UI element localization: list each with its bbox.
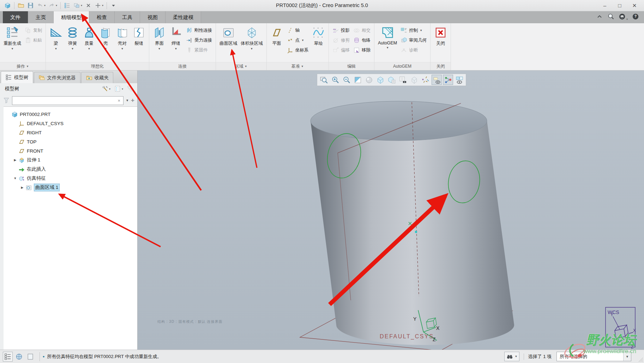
ribbon-group-label-close[interactable]: 关闭 (431, 62, 451, 70)
filter-dropdown-icon[interactable]: ▼ (126, 99, 129, 102)
tree-item-label[interactable]: FRONT (27, 148, 43, 154)
close-window-button[interactable] (84, 1, 93, 10)
full-screen-toggle-button[interactable] (25, 352, 35, 362)
close-button[interactable]: ✕ (627, 1, 642, 11)
display-style-button[interactable] (454, 75, 464, 85)
shell-pair-button[interactable]: 壳对▼ (114, 24, 131, 61)
weld-button[interactable]: 焊缝▼ (168, 24, 184, 61)
tree-item-plane-right[interactable]: RIGHT (4, 128, 137, 137)
tree-item-label[interactable]: RIGHT (27, 130, 42, 135)
tree-search-button[interactable] (127, 85, 134, 92)
coordinate-system-button[interactable]: 坐标系 (287, 47, 309, 54)
tree-item-simulation-features[interactable]: ▼仿真特征 (4, 174, 137, 183)
find-button[interactable]: ▼ (504, 352, 519, 361)
expander-icon[interactable]: ▶ (13, 158, 18, 162)
minimize-button[interactable]: – (597, 1, 612, 11)
resize-grip[interactable] (638, 357, 643, 362)
perspective-button[interactable] (409, 75, 419, 85)
clear-filter-icon[interactable]: × (117, 98, 121, 103)
tree-item-plane-top[interactable]: TOP (4, 137, 137, 146)
remove-button[interactable]: 移除 (353, 47, 371, 54)
ribbon-group-label-regions[interactable]: 区域▼ (216, 62, 266, 70)
spring-button[interactable]: 弹簧▼ (64, 24, 81, 61)
chevron-down-icon[interactable]: ▼ (623, 352, 631, 361)
tree-item-label[interactable]: 曲面区域 1 (34, 184, 60, 191)
save-button[interactable] (26, 1, 35, 10)
tab-file[interactable]: 文件 (3, 11, 28, 23)
tree-filter-field[interactable]: × (12, 96, 124, 105)
tree-filter-input[interactable] (14, 98, 117, 103)
interface-button[interactable]: 界面▼ (151, 24, 168, 61)
fastener-button[interactable]: 紧固件 (186, 47, 212, 54)
navigator-tab-favorites[interactable]: 收藏夹 (81, 72, 114, 83)
review-geometry-button[interactable]: 审阅几何 (401, 37, 427, 44)
offset-button[interactable]: 偏移 (332, 47, 350, 54)
tree-item-label[interactable]: 拉伸 1 (27, 157, 40, 163)
trim-button[interactable]: 修剪 (332, 37, 350, 44)
spin-center-button[interactable] (443, 75, 453, 85)
sketch-button[interactable]: 草绘 (310, 24, 327, 61)
new-part-button[interactable] (3, 1, 12, 10)
tree-item-label[interactable]: 仿真特征 (27, 175, 46, 182)
weighted-link-button[interactable]: 受力连接 (186, 37, 212, 44)
plane-button[interactable]: 平面 (269, 24, 285, 61)
tab-tools[interactable]: 工具 (115, 11, 140, 23)
saved-views-button[interactable] (375, 75, 385, 85)
regenerate-button[interactable]: 重新生成▼ (2, 24, 23, 61)
navigator-tab-model-tree[interactable]: 模型树 (1, 71, 33, 83)
autogem-button[interactable]: AutoGEM▼ (376, 24, 399, 61)
tree-item-default-csys[interactable]: DEFAULT_CSYS (4, 119, 137, 128)
tree-item-plane-front[interactable]: FRONT (4, 146, 137, 155)
annotation-display-button[interactable] (432, 75, 442, 85)
intersect-button[interactable]: 相交 (353, 27, 371, 34)
ribbon-group-label-operations[interactable]: 操作▼ (0, 62, 46, 70)
add-filter-button[interactable]: + (131, 97, 134, 104)
copy-button[interactable]: 复制 (25, 27, 42, 34)
tree-item-insert-here[interactable]: 在此插入 (4, 165, 137, 174)
view-snapshot-button[interactable] (398, 75, 408, 85)
expander-icon[interactable]: ▶ (20, 186, 25, 189)
graphics-area[interactable]: Y X Z DEFAULT_CSYS WCS Y X Z 结构 : 3D : 固… (138, 70, 644, 350)
wrap-button[interactable]: 包络 (353, 37, 371, 44)
undo-button[interactable]: ▾ (35, 1, 47, 10)
crack-button[interactable]: 裂缝 (131, 24, 147, 61)
paste-button[interactable]: 粘贴 (25, 37, 42, 44)
learning-center-button[interactable]: ▾ (619, 13, 628, 21)
diagnostics-button[interactable]: 诊断 (401, 47, 427, 54)
tree-item-label[interactable]: DEFAULT_CSYS (27, 121, 64, 126)
selection-filter-dropdown[interactable]: 所有可选择的 ▼ (556, 352, 631, 361)
navigator-toggle-button[interactable] (3, 352, 13, 362)
ribbon-group-label-datum[interactable]: 基准▼ (267, 62, 329, 70)
collapse-ribbon-button[interactable] (596, 13, 603, 21)
tab-refine-model[interactable]: 精细模型 (54, 11, 89, 23)
tree-item-extrude-1[interactable]: ▶拉伸 1 (4, 155, 137, 165)
control-button[interactable]: 控制▼ (401, 27, 427, 34)
tree-item-label[interactable]: 在此插入 (27, 166, 46, 172)
tab-inspect[interactable]: 检查 (89, 11, 115, 23)
view-manager-button[interactable] (386, 75, 397, 85)
cylinder-solid[interactable] (311, 101, 514, 345)
shell-button[interactable]: 壳▼ (97, 24, 114, 61)
tree-display-options-button[interactable]: ▾ (114, 85, 123, 92)
window-switch-button[interactable]: ▾ (72, 1, 84, 10)
datum-display-filters-button[interactable] (420, 75, 431, 85)
beam-button[interactable]: 梁▼ (48, 24, 64, 61)
tab-view[interactable]: 视图 (140, 11, 165, 23)
project-button[interactable]: 投影 (332, 27, 350, 34)
navigator-tab-folder-browser[interactable]: 文件夹浏览器 (34, 72, 80, 83)
customize-qat-button[interactable] (109, 1, 118, 10)
expander-icon[interactable]: ▼ (13, 177, 18, 180)
volume-region-button[interactable]: 体积块区域▼ (239, 24, 265, 61)
tab-flexible-modeling[interactable]: 柔性建模 (165, 11, 201, 23)
browser-toggle-button[interactable] (14, 352, 24, 362)
tree-item-surface-region-1[interactable]: ▶曲面区域 1 (4, 183, 137, 192)
tree-item-part-node[interactable]: PRT0002.PRT (4, 110, 137, 119)
datum-point-cyan[interactable] (415, 231, 417, 233)
regenerate-quick-button[interactable] (62, 1, 72, 10)
tree-item-label[interactable]: PRT0002.PRT (20, 112, 50, 117)
tree-item-label[interactable]: TOP (27, 139, 37, 144)
ribbon-group-label-idealizations[interactable]: 理想化 (46, 62, 149, 70)
repaint-button[interactable] (353, 75, 363, 85)
maximize-button[interactable]: □ (612, 1, 627, 11)
help-button[interactable]: ? (632, 13, 639, 21)
